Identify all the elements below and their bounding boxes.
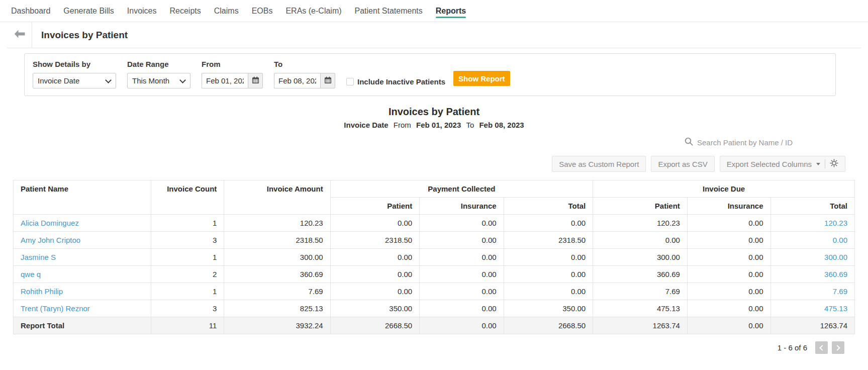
pc-insurance-cell: 0.00	[420, 283, 504, 300]
pc-total-cell: 2318.50	[504, 232, 593, 249]
col-group-payment-collected: Payment Collected	[330, 180, 593, 198]
nav-item-receipts[interactable]: Receipts	[169, 0, 201, 22]
table-header-group-row: Patient Name Invoice Count Invoice Amoun…	[14, 180, 855, 198]
show-details-by-select-wrap: Invoice Date	[33, 73, 116, 88]
show-details-by-group: Show Details by Invoice Date	[33, 60, 116, 88]
nav-item-eras-eclaim[interactable]: ERAs (e-Claim)	[285, 0, 341, 22]
chevron-down-icon	[816, 163, 820, 165]
due-total-link[interactable]: 300.00	[770, 249, 854, 266]
patient-name-link[interactable]: Trent (Taryn) Reznor	[14, 300, 151, 317]
pagination-prev-button[interactable]	[815, 341, 828, 354]
total-invoice-amount-cell: 3932.24	[224, 317, 330, 334]
total-due-insurance-cell: 0.00	[687, 317, 770, 334]
pc-total-cell: 0.00	[504, 283, 593, 300]
to-date-label: To	[274, 60, 335, 68]
due-total-link[interactable]: 475.13	[770, 300, 854, 317]
table-row: Rohith Philip 1 7.69 0.00 0.00 0.00 7.69…	[14, 283, 855, 300]
col-header-invoice-amount: Invoice Amount	[224, 180, 330, 215]
from-date-input[interactable]	[202, 73, 248, 88]
pc-total-cell: 0.00	[504, 249, 593, 266]
filter-bar: Show Details by Invoice Date Date Range …	[24, 53, 836, 96]
pc-insurance-cell: 0.00	[420, 300, 504, 317]
due-total-link[interactable]: 360.69	[770, 266, 854, 283]
invoice-amount-cell: 360.69	[224, 266, 330, 283]
patient-name-link[interactable]: Jasmine S	[14, 249, 151, 266]
due-insurance-cell: 0.00	[687, 283, 770, 300]
col-header-due-patient: Patient	[593, 198, 688, 215]
invoice-count-cell: 1	[151, 215, 224, 232]
search-patient-input[interactable]	[697, 138, 845, 147]
pc-insurance-cell: 0.00	[420, 232, 504, 249]
export-as-csv-button[interactable]: Export as CSV	[651, 156, 714, 172]
show-report-button[interactable]: Show Report	[453, 71, 510, 86]
due-patient-cell: 300.00	[593, 249, 688, 266]
report-subtitle-from-label: From	[394, 121, 411, 129]
show-details-by-label: Show Details by	[33, 60, 116, 68]
report-subtitle-field: Invoice Date	[344, 121, 388, 129]
pc-insurance-cell: 0.00	[420, 215, 504, 232]
invoice-count-cell: 1	[151, 249, 224, 266]
to-date-input[interactable]	[274, 73, 320, 88]
nav-item-claims[interactable]: Claims	[214, 0, 239, 22]
export-selected-columns-button[interactable]: Export Selected Columns	[720, 156, 845, 172]
nav-item-reports[interactable]: Reports	[436, 0, 466, 22]
page-title: Invoices by Patient	[32, 22, 128, 48]
search-icon	[685, 137, 693, 148]
pagination: 1 - 6 of 6	[0, 341, 844, 354]
invoice-count-cell: 1	[151, 283, 224, 300]
save-as-custom-report-button[interactable]: Save as Custom Report	[552, 156, 646, 172]
export-selected-columns-label: Export Selected Columns	[727, 160, 812, 168]
col-header-due-total: Total	[770, 198, 854, 215]
to-date-calendar-button[interactable]	[320, 73, 335, 88]
col-header-invoice-count: Invoice Count	[151, 180, 224, 215]
gear-icon[interactable]	[830, 159, 838, 169]
due-total-link[interactable]: 0.00	[770, 232, 854, 249]
due-total-link[interactable]: 7.69	[770, 283, 854, 300]
pc-total-cell: 0.00	[504, 215, 593, 232]
search-row	[0, 137, 845, 148]
back-button[interactable]	[7, 22, 32, 48]
patient-name-link[interactable]: qwe q	[14, 266, 151, 283]
table-row: Alicia Dominguez 1 120.23 0.00 0.00 0.00…	[14, 215, 855, 232]
table-row: qwe q 2 360.69 0.00 0.00 0.00 360.69 0.0…	[14, 266, 855, 283]
calendar-icon	[324, 76, 332, 85]
patient-name-link[interactable]: Rohith Philip	[14, 283, 151, 300]
col-header-pc-total: Total	[504, 198, 593, 215]
pc-total-cell: 350.00	[504, 300, 593, 317]
include-inactive-patients-checkbox[interactable]	[346, 78, 354, 85]
page-header: Invoices by Patient	[7, 22, 861, 48]
date-range-select[interactable]: This Month	[127, 73, 190, 88]
due-total-link[interactable]: 120.23	[770, 215, 854, 232]
pagination-next-button[interactable]	[832, 341, 844, 354]
include-inactive-patients-label: Include Inactive Patients	[357, 77, 445, 86]
total-pc-patient-cell: 2668.50	[330, 317, 420, 334]
toolbar-divider	[825, 159, 825, 168]
include-inactive-patients-group: Include Inactive Patients	[346, 77, 445, 86]
calendar-icon	[252, 76, 259, 85]
patient-name-link[interactable]: Alicia Dominguez	[14, 215, 151, 232]
nav-item-invoices[interactable]: Invoices	[127, 0, 157, 22]
col-header-due-insurance: Insurance	[687, 198, 770, 215]
nav-item-dashboard[interactable]: Dashboard	[11, 0, 50, 22]
invoice-amount-cell: 300.00	[224, 249, 330, 266]
from-date-label: From	[202, 60, 263, 68]
report-title: Invoices by Patient	[0, 106, 868, 118]
date-range-label: Date Range	[127, 60, 190, 68]
nav-item-patient-statements[interactable]: Patient Statements	[355, 0, 423, 22]
invoices-by-patient-table: Patient Name Invoice Count Invoice Amoun…	[13, 180, 855, 334]
from-date-calendar-button[interactable]	[248, 73, 263, 88]
col-group-invoice-due: Invoice Due	[593, 180, 855, 198]
chevron-right-icon	[834, 345, 840, 350]
due-insurance-cell: 0.00	[687, 232, 770, 249]
pc-patient-cell: 350.00	[330, 300, 420, 317]
invoice-amount-cell: 2318.50	[224, 232, 330, 249]
nav-item-generate-bills[interactable]: Generate Bills	[63, 0, 114, 22]
nav-item-eobs[interactable]: EOBs	[252, 0, 273, 22]
show-details-by-select[interactable]: Invoice Date	[33, 73, 116, 88]
patient-name-link[interactable]: Amy John Criptoo	[14, 232, 151, 249]
from-date-group: From	[202, 60, 263, 88]
due-insurance-cell: 0.00	[687, 215, 770, 232]
due-patient-cell: 475.13	[593, 300, 688, 317]
pc-insurance-cell: 0.00	[420, 266, 504, 283]
pc-patient-cell: 0.00	[330, 249, 420, 266]
